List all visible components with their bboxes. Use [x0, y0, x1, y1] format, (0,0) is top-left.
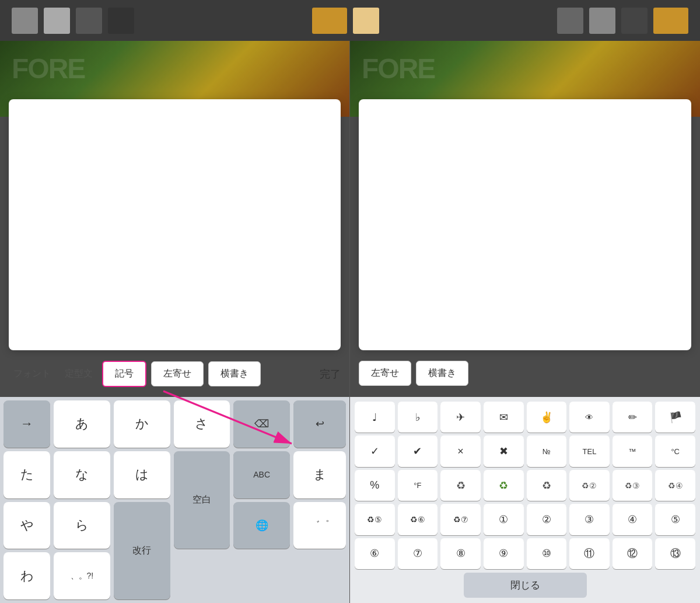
- swatch-1[interactable]: [12, 8, 38, 34]
- sym-r4b[interactable]: ♻⑥: [398, 504, 438, 535]
- key-punct[interactable]: 、。?!: [54, 552, 110, 599]
- sym-x2[interactable]: ✖: [484, 435, 524, 466]
- swatch-dark[interactable]: [621, 8, 648, 34]
- sym-close-button[interactable]: 閉じる: [464, 573, 587, 598]
- symbol-button[interactable]: 記号: [102, 361, 146, 387]
- template-label: 定型文: [60, 368, 97, 380]
- sym-peace[interactable]: ✌: [527, 402, 567, 433]
- sym-circle9[interactable]: ⑨: [484, 538, 524, 569]
- key-enter[interactable]: 改行: [114, 502, 170, 600]
- key-abc[interactable]: ABC: [233, 451, 290, 499]
- sym-recycle1[interactable]: ♻: [440, 470, 481, 501]
- sym-circle3[interactable]: ③: [569, 504, 610, 535]
- direction-button-left[interactable]: 横書き: [208, 361, 261, 386]
- sym-eye[interactable]: 👁: [569, 402, 610, 433]
- key-globe[interactable]: 🌐: [233, 502, 290, 549]
- left-toolbar: フォント 定型文 記号 左寄せ 横書き 完了: [9, 361, 341, 387]
- sym-flag[interactable]: 🏴: [655, 402, 695, 433]
- swatch-gold2[interactable]: [653, 8, 688, 34]
- sym-recycle5[interactable]: ♻③: [612, 470, 653, 501]
- swatch-4[interactable]: [108, 8, 134, 34]
- swatch-3[interactable]: [76, 8, 102, 34]
- sym-circle1[interactable]: ①: [484, 504, 524, 535]
- right-panel: 左寄せ 横書き ♩ ♭ ✈ ✉ ✌ 👁 ✏ 🏴 ✓ ✔ × ✖ №: [350, 41, 700, 603]
- sym-close-row: 閉じる: [355, 572, 695, 598]
- sym-circle10[interactable]: ⑩: [527, 538, 567, 569]
- swatch-gold[interactable]: [312, 8, 347, 34]
- key-ta[interactable]: た: [4, 451, 50, 499]
- sym-recycle6[interactable]: ♻④: [655, 470, 695, 501]
- left-panel: フォント 定型文 記号 左寄せ 横書き 完了 → あ か さ: [0, 41, 350, 603]
- key-ma[interactable]: ま: [293, 451, 346, 499]
- sym-music[interactable]: ♩: [355, 402, 395, 433]
- sym-flat[interactable]: ♭: [398, 402, 438, 433]
- sym-r4a[interactable]: ♻⑤: [355, 504, 395, 535]
- sym-circle5[interactable]: ⑤: [655, 504, 695, 535]
- sym-tel[interactable]: TEL: [569, 435, 610, 466]
- arrow-indicator: [128, 385, 315, 458]
- sym-r4c[interactable]: ♻⑦: [440, 504, 481, 535]
- swatch-gray2[interactable]: [589, 8, 615, 34]
- key-dakuten[interactable]: ゛゜: [293, 502, 346, 549]
- align-button-left[interactable]: 左寄せ: [151, 361, 204, 386]
- key-a[interactable]: あ: [54, 400, 110, 448]
- sym-row-5: ⑥ ⑦ ⑧ ⑨ ⑩ ⑪ ⑫ ⑬: [355, 538, 695, 569]
- key-space[interactable]: 空白: [174, 451, 230, 549]
- sym-circle13[interactable]: ⑬: [655, 538, 695, 569]
- sym-circle8[interactable]: ⑧: [440, 538, 481, 569]
- key-ra[interactable]: ら: [54, 502, 110, 549]
- sym-mail[interactable]: ✉: [484, 402, 524, 433]
- sym-recycle2[interactable]: ♻: [484, 470, 524, 501]
- sym-circle6[interactable]: ⑥: [355, 538, 395, 569]
- sym-plane[interactable]: ✈: [440, 402, 481, 433]
- sym-tm[interactable]: ™: [612, 435, 653, 466]
- main-area: フォント 定型文 記号 左寄せ 横書き 完了 → あ か さ: [0, 41, 700, 603]
- sym-circle4[interactable]: ④: [612, 504, 653, 535]
- sym-row-3: % °F ♻ ♻ ♻ ♻② ♻③ ♻④: [355, 470, 695, 501]
- sym-fahrenheit[interactable]: °F: [398, 470, 438, 501]
- left-text-card[interactable]: [9, 99, 341, 350]
- sym-pencil[interactable]: ✏: [612, 402, 653, 433]
- key-ha[interactable]: は: [114, 451, 170, 499]
- symbol-keyboard: ♩ ♭ ✈ ✉ ✌ 👁 ✏ 🏴 ✓ ✔ × ✖ № TEL ™ °C: [350, 397, 700, 603]
- sym-percent[interactable]: %: [355, 470, 395, 501]
- key-ya[interactable]: や: [4, 502, 50, 549]
- svg-line-1: [163, 391, 292, 444]
- align-button-right[interactable]: 左寄せ: [359, 361, 411, 386]
- swatch-2[interactable]: [44, 8, 70, 34]
- sym-circle12[interactable]: ⑫: [612, 538, 653, 569]
- sym-check2[interactable]: ✔: [398, 435, 438, 466]
- right-text-card[interactable]: [359, 99, 691, 350]
- sym-no[interactable]: №: [527, 435, 567, 466]
- key-arrow[interactable]: →: [4, 400, 50, 448]
- swatch-tan[interactable]: [353, 8, 379, 34]
- sym-x1[interactable]: ×: [440, 435, 481, 466]
- sym-circle11[interactable]: ⑪: [569, 538, 610, 569]
- color-swatches-bar: [0, 0, 700, 41]
- sym-recycle3[interactable]: ♻: [527, 470, 567, 501]
- font-label: フォント: [9, 368, 55, 380]
- sym-celsius[interactable]: °C: [655, 435, 695, 466]
- sym-row-2: ✓ ✔ × ✖ № TEL ™ °C: [355, 435, 695, 466]
- sym-row-4: ♻⑤ ♻⑥ ♻⑦ ① ② ③ ④ ⑤: [355, 504, 695, 535]
- sym-circle2[interactable]: ②: [527, 504, 567, 535]
- key-wa[interactable]: わ: [4, 552, 50, 599]
- swatch-gray[interactable]: [557, 8, 583, 34]
- sym-recycle4[interactable]: ♻②: [569, 470, 610, 501]
- key-na[interactable]: な: [54, 451, 110, 499]
- done-button-left[interactable]: 完了: [320, 367, 341, 381]
- sym-circle7[interactable]: ⑦: [398, 538, 438, 569]
- right-toolbar: 左寄せ 横書き: [359, 361, 691, 386]
- sym-check1[interactable]: ✓: [355, 435, 395, 466]
- sym-row-1: ♩ ♭ ✈ ✉ ✌ 👁 ✏ 🏴: [355, 402, 695, 433]
- direction-button-right[interactable]: 横書き: [416, 361, 468, 386]
